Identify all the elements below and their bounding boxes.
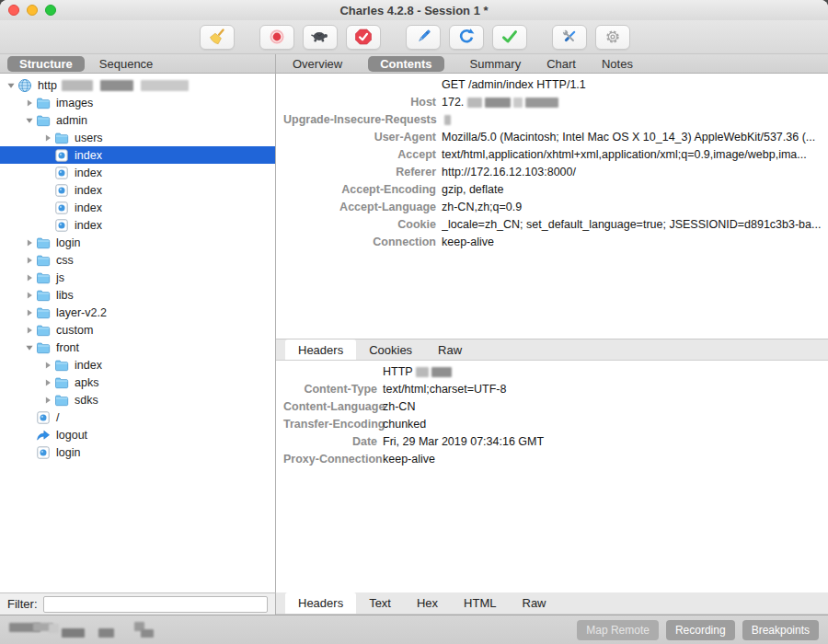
tree-item-label: images <box>56 97 93 109</box>
gear-icon <box>603 28 623 46</box>
filter-input[interactable] <box>43 596 269 613</box>
tab-structure[interactable]: Structure <box>7 56 85 72</box>
disclosure-collapsed-icon[interactable] <box>22 238 36 247</box>
tree-item-users[interactable]: users <box>0 129 275 146</box>
disclosure-collapsed-icon[interactable] <box>22 308 36 317</box>
redacted-status-text <box>49 624 59 633</box>
tree-item-index[interactable]: index <box>0 146 275 164</box>
disclosure-expanded-icon[interactable] <box>22 116 36 125</box>
tab-headers[interactable]: Headers <box>285 592 356 614</box>
validate-button[interactable] <box>492 25 527 50</box>
charles-window: Charles 4.2.8 - Session 1 * StructureSeq… <box>0 0 828 644</box>
disclosure-collapsed-icon[interactable] <box>40 361 54 370</box>
throttle-button[interactable] <box>303 25 338 50</box>
tree-item-custom[interactable]: custom <box>0 321 275 339</box>
disclosure-collapsed-icon[interactable] <box>22 291 36 300</box>
tree-item-layer-v2-2[interactable]: layer-v2.2 <box>0 304 275 321</box>
disclosure-collapsed-icon[interactable] <box>22 326 36 335</box>
tree-item-index[interactable]: index <box>0 181 275 199</box>
doc-icon <box>54 218 70 233</box>
tree-item-index[interactable]: index <box>0 356 275 374</box>
tab-notes[interactable]: Notes <box>602 57 633 71</box>
filter-bar: Filter: <box>0 592 276 615</box>
disclosure-expanded-icon[interactable] <box>22 343 36 352</box>
redirect-icon <box>36 428 52 443</box>
header-name <box>283 76 442 94</box>
tree-item-images[interactable]: images <box>0 94 275 111</box>
sidebar-tabs: StructureSequence <box>0 54 276 73</box>
tree-item-css[interactable]: css <box>0 251 275 269</box>
tree-item-admin[interactable]: admin <box>0 111 275 129</box>
tab-hex[interactable]: Hex <box>404 592 451 614</box>
header-row: Connectionkeep-alive <box>283 234 824 251</box>
disclosure-collapsed-icon[interactable] <box>22 256 36 265</box>
tree-item-js[interactable]: js <box>0 269 275 286</box>
tab-raw[interactable]: Raw <box>510 592 559 614</box>
tree-item-http[interactable]: http <box>0 76 275 94</box>
tab-chart[interactable]: Chart <box>546 57 576 71</box>
tab-summary[interactable]: Summary <box>470 57 522 71</box>
tree-item-index[interactable]: index <box>0 164 275 181</box>
disclosure-expanded-icon[interactable] <box>4 81 17 90</box>
header-name: Accept-Language <box>283 199 442 216</box>
recording-button[interactable]: Recording <box>666 620 735 640</box>
tree-item-login[interactable]: login <box>0 234 275 251</box>
clear-session-button[interactable] <box>200 25 235 50</box>
tab-overview[interactable]: Overview <box>293 57 342 71</box>
tab-sequence[interactable]: Sequence <box>99 57 154 71</box>
close-window-button[interactable] <box>8 5 19 16</box>
tab-headers[interactable]: Headers <box>285 339 356 360</box>
tree-item-index[interactable]: index <box>0 199 275 216</box>
tree-item-sdks[interactable]: sdks <box>0 391 275 408</box>
disclosure-collapsed-icon[interactable] <box>40 396 54 405</box>
tree-item-login[interactable]: login <box>0 443 275 461</box>
breakpoints-button[interactable] <box>346 25 381 50</box>
header-name: Upgrade-Insecure-Requests <box>283 111 442 129</box>
folder-icon <box>54 393 70 408</box>
header-value: gzip, deflate <box>442 181 824 199</box>
map-remote-button[interactable]: Map Remote <box>577 620 659 640</box>
tab-text[interactable]: Text <box>356 592 404 614</box>
disclosure-collapsed-icon[interactable] <box>22 98 36 108</box>
header-row: Upgrade-Insecure-Requests <box>283 111 824 129</box>
tab-cookies[interactable]: Cookies <box>356 339 425 360</box>
redacted-text <box>100 80 133 91</box>
tab-raw[interactable]: Raw <box>425 339 475 360</box>
header-value: text/html,application/xhtml+xml,applicat… <box>442 146 824 164</box>
breakpoints-button[interactable]: Breakpoints <box>742 620 819 640</box>
turtle-icon <box>310 28 330 46</box>
disclosure-collapsed-icon[interactable] <box>22 273 36 282</box>
redacted-text <box>416 367 429 377</box>
record-button[interactable] <box>259 25 294 50</box>
doc-icon <box>54 148 70 163</box>
tree-item-libs[interactable]: libs <box>0 286 275 304</box>
compose-button[interactable] <box>406 25 441 50</box>
header-name: Content-Type <box>283 381 383 398</box>
header-value-text: zh-CN,zh;q=0.9 <box>442 201 522 213</box>
top-tab-bar: StructureSequence OverviewContentsSummar… <box>0 53 828 74</box>
tree-item-item[interactable]: / <box>0 408 275 426</box>
pen-icon <box>413 28 433 46</box>
header-row: HTTP <box>283 363 824 381</box>
tools-button[interactable] <box>552 25 587 50</box>
disclosure-collapsed-icon[interactable] <box>40 133 54 143</box>
tree-item-logout[interactable]: logout <box>0 426 275 443</box>
settings-button[interactable] <box>595 25 630 50</box>
toolbar-group <box>259 25 381 50</box>
disclosure-collapsed-icon[interactable] <box>40 378 54 387</box>
tree-item-front[interactable]: front <box>0 339 275 356</box>
zoom-window-button[interactable] <box>45 5 56 16</box>
minimize-window-button[interactable] <box>27 5 38 16</box>
tree-item-label: login <box>56 446 80 459</box>
tab-html[interactable]: HTML <box>451 592 509 614</box>
header-value: http://172.16.12.103:8000/ <box>442 164 824 181</box>
tree-item-label: logout <box>56 429 87 442</box>
header-row: Refererhttp://172.16.12.103:8000/ <box>283 164 824 181</box>
tab-contents[interactable]: Contents <box>368 56 443 72</box>
header-value: _locale=zh_CN; set_default_language=true… <box>442 216 824 234</box>
tree-item-index[interactable]: index <box>0 216 275 234</box>
repeat-button[interactable] <box>449 25 484 50</box>
folder-icon <box>36 288 52 303</box>
structure-tree-panel: httpimagesadminusersindexindexindexindex… <box>0 74 276 592</box>
tree-item-apks[interactable]: apks <box>0 374 275 391</box>
